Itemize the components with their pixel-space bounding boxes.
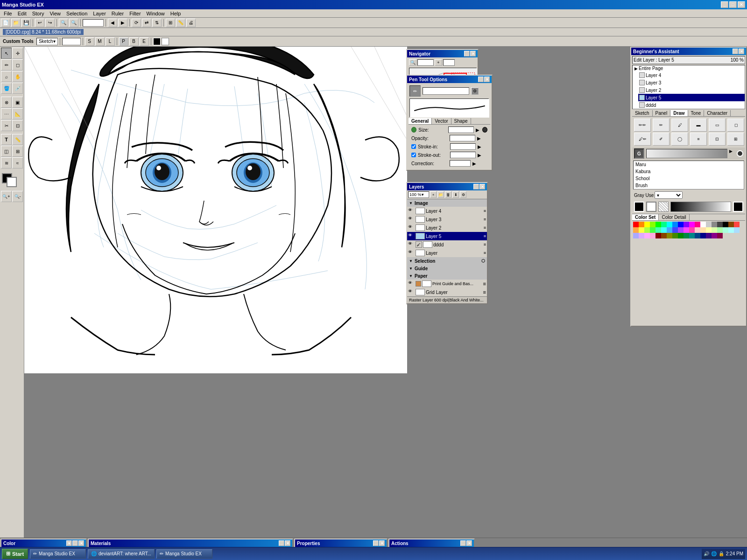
color-swatch-14[interactable]	[712, 222, 717, 227]
guide-section-header[interactable]: Guide	[407, 265, 487, 272]
color-swatch-21[interactable]	[644, 227, 650, 233]
layer-eye-icon[interactable]: 👁	[408, 250, 415, 256]
color-detail-tab[interactable]: Color Detail	[659, 214, 689, 220]
color-swatch-42[interactable]	[655, 233, 661, 238]
assistant-minimize-btn[interactable]: _	[733, 49, 738, 54]
layer-item-layer4[interactable]: 👁 Layer 4 ≡	[407, 207, 487, 215]
smudge-tool[interactable]: ≈	[12, 157, 23, 168]
color-black[interactable]	[153, 38, 161, 45]
tb-grid[interactable]: ⊞	[166, 19, 175, 27]
pen-options-header[interactable]: Pen Tool Options _ ✕	[407, 76, 492, 83]
eraser-tool[interactable]: ◻	[12, 59, 23, 70]
tool-icon-8[interactable]: ✐	[653, 133, 669, 146]
panel-tab[interactable]: Panel	[653, 110, 671, 116]
color-swatch-39[interactable]	[639, 233, 644, 238]
color-swatch-17[interactable]	[728, 222, 734, 227]
white-swatch[interactable]	[646, 202, 656, 212]
tool-icon-9[interactable]: ◯	[671, 133, 688, 146]
color-swatch-9[interactable]	[684, 222, 689, 227]
tb-zoom-in[interactable]: 🔍	[59, 19, 68, 27]
color-swatch-30[interactable]	[695, 227, 700, 233]
kabura-item[interactable]: Kabura	[634, 168, 744, 175]
hand-tool[interactable]: ✋	[12, 71, 23, 82]
tool-icon-1[interactable]: ✏✏	[634, 119, 651, 132]
color-swatch-34[interactable]	[717, 227, 723, 233]
tb-redo[interactable]: ↪	[45, 19, 55, 27]
tb-save[interactable]: 💾	[21, 19, 31, 27]
dddd-eye-icon[interactable]: 👁	[408, 241, 415, 248]
correction-input[interactable]: 5.0	[450, 160, 471, 167]
tb-prev-page[interactable]: ◀	[108, 19, 117, 27]
color-swatch-10[interactable]	[689, 222, 695, 227]
layers-settings-btn[interactable]: ⚙	[460, 191, 466, 198]
materials-header[interactable]: Materials _ ✕	[89, 539, 292, 547]
color-swatch-23[interactable]	[655, 227, 661, 233]
color-swatch-50[interactable]	[700, 233, 706, 238]
layers-minimize-btn[interactable]: _	[473, 184, 479, 189]
color-swatch-31[interactable]	[700, 227, 706, 233]
color-swatch-27[interactable]	[678, 227, 684, 233]
pen-tab-vector[interactable]: Vector	[432, 118, 451, 124]
pen-tool-3[interactable]: E	[140, 37, 149, 46]
draw-tab[interactable]: Draw	[670, 110, 688, 116]
rect-select-tool[interactable]: ▣	[12, 97, 23, 108]
assistant-header[interactable]: Beginner's Assistant _ ✕	[631, 48, 746, 55]
layers-close-btn[interactable]: ✕	[479, 184, 485, 189]
layer-item-layer[interactable]: 👁 Layer ≡	[407, 249, 487, 257]
pen-settings-btn[interactable]: ⚙	[471, 87, 479, 95]
size-input[interactable]: 0.82 mm	[448, 126, 474, 133]
grid-layer-eye-icon[interactable]: 👁	[408, 289, 415, 295]
properties-header[interactable]: Properties _ ✕	[295, 539, 387, 547]
pen-tool-2[interactable]: B	[129, 37, 139, 46]
select-tool[interactable]: ↖	[1, 48, 12, 59]
menu-edit[interactable]: Edit	[15, 10, 29, 17]
color-swatch-18[interactable]	[734, 222, 740, 227]
color-swatch-6[interactable]	[667, 222, 672, 227]
color-swatch-40[interactable]	[644, 233, 650, 238]
character-tab[interactable]: Character	[704, 110, 731, 116]
selection-section-header[interactable]: Selection ⬡	[407, 257, 487, 265]
menu-ruler[interactable]: Ruler	[109, 10, 127, 17]
color-swatch-43[interactable]	[661, 233, 667, 238]
layers-add-btn[interactable]: +	[430, 191, 437, 198]
transform-tool[interactable]: ⊡	[12, 120, 23, 131]
tone-tab[interactable]: Tone	[688, 110, 705, 116]
print-guide-eye-icon[interactable]: 👁	[408, 280, 415, 287]
tool-icon-6[interactable]: ◻	[727, 119, 744, 132]
tool-icon-2[interactable]: ✏	[653, 119, 669, 132]
zoom-in-tool[interactable]: 🔍+	[1, 191, 12, 202]
pen-options-minimize-btn[interactable]: _	[478, 77, 484, 82]
size-arrow-right[interactable]: ▶	[476, 127, 480, 133]
brush-size-large[interactable]: L	[106, 37, 115, 46]
tb-ruler-show[interactable]: 📏	[176, 19, 185, 27]
menu-view[interactable]: View	[47, 10, 63, 17]
stroke-out-input[interactable]: 5.00 mm	[450, 152, 476, 158]
color-white[interactable]	[162, 38, 169, 45]
lasso-tool[interactable]: ⊗	[1, 97, 12, 108]
navigator-close-btn[interactable]: ✕	[470, 51, 476, 56]
layers-header[interactable]: Layers _ ✕	[407, 183, 487, 190]
layer-item-layer2[interactable]: 👁 Layer 2 ≡	[407, 224, 487, 232]
background-color[interactable]	[7, 177, 17, 187]
color-swatch-3[interactable]	[650, 222, 655, 227]
actions-minimize-btn[interactable]: _	[460, 540, 466, 546]
color-swatch-1[interactable]	[639, 222, 644, 227]
tool-icon-7[interactable]: 🖊✏	[634, 133, 651, 146]
brush-item[interactable]: Brush	[634, 182, 744, 189]
move-tool[interactable]: ✛	[12, 48, 23, 59]
brush-size-small[interactable]: S	[85, 37, 94, 46]
layers-merge-btn[interactable]: ⬇	[452, 191, 459, 198]
bw-gradient-swatch[interactable]	[670, 202, 731, 212]
color-swatch-37[interactable]	[734, 227, 740, 233]
color-swatch-22[interactable]	[650, 227, 655, 233]
color-swatch-36[interactable]	[728, 227, 734, 233]
color-swatch-11[interactable]	[695, 222, 700, 227]
start-button[interactable]: ⊞ Start	[2, 549, 28, 559]
color-swatch-8[interactable]	[678, 222, 684, 227]
color-swatch-38[interactable]	[633, 233, 639, 238]
color-swatch-51[interactable]	[706, 233, 712, 238]
tool-icon-3[interactable]: 🖊	[671, 119, 688, 132]
color-swatch-19[interactable]	[633, 227, 639, 233]
color-swatch-7[interactable]	[672, 222, 678, 227]
assistant-close-btn[interactable]: ✕	[739, 49, 744, 54]
